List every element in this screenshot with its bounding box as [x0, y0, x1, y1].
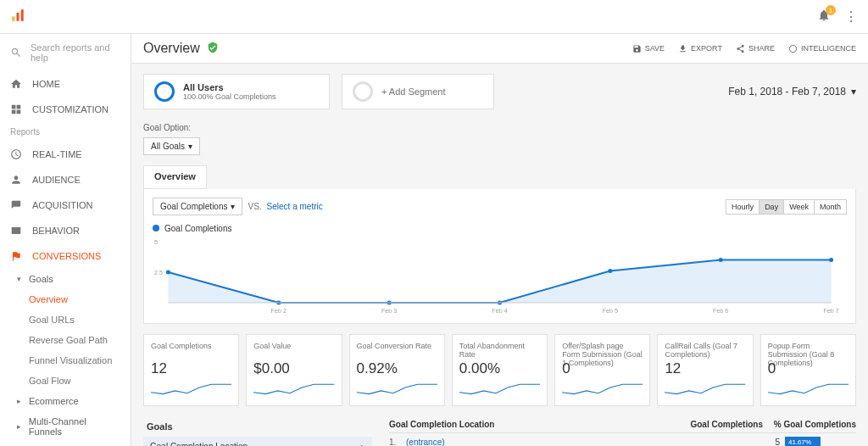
period-hourly[interactable]: Hourly [726, 200, 759, 214]
svg-point-17 [829, 258, 833, 262]
chart-legend: Goal Completions [153, 224, 847, 233]
metric-value: 12 [665, 360, 745, 377]
sidebar: Search reports and help HOME CUSTOMIZATI… [0, 34, 131, 446]
date-range-picker[interactable]: Feb 1, 2018 - Feb 7, 2018 ▾ [728, 86, 856, 98]
segment-all-users[interactable]: All Users 100.00% Goal Completions [143, 74, 330, 109]
more-icon[interactable]: ⋮ [844, 8, 858, 25]
svg-text:Feb 2: Feb 2 [271, 308, 287, 315]
tab-bar: Overview [143, 165, 207, 189]
verified-icon [207, 42, 219, 56]
goal-completions-chart: 2.55Feb 2Feb 3Feb 4Feb 5Feb 6Feb 7 [153, 238, 847, 315]
page-title: Overview [143, 41, 200, 56]
svg-text:Feb 4: Feb 4 [492, 308, 507, 315]
tab-overview[interactable]: Overview [144, 166, 206, 188]
svg-rect-5 [12, 110, 16, 114]
svg-text:Feb 6: Feb 6 [713, 308, 728, 315]
chevron-down-icon: ▾ [188, 142, 192, 151]
metric-card[interactable]: Offer/Splash page Form Submission (Goal … [554, 334, 650, 406]
nav-goal-flow[interactable]: Goal Flow [0, 371, 131, 391]
svg-rect-4 [17, 105, 21, 109]
notifications-icon[interactable]: 1 [817, 8, 831, 25]
nav-mcf[interactable]: ▸Multi-Channel Funnels [0, 411, 131, 442]
metric-card[interactable]: Goal Conversion Rate0.92% [349, 334, 445, 406]
nav-goals[interactable]: ▾Goals [0, 269, 131, 289]
period-day[interactable]: Day [759, 200, 783, 214]
chevron-down-icon: ▾ [851, 86, 856, 98]
svg-rect-0 [12, 17, 14, 21]
main-content: Overview SAVE EXPORT SHARE INTELLIGENCE … [131, 34, 868, 446]
goal-option-label: Goal Option: [143, 123, 191, 132]
goals-table-header: Goal Completion Location Goal Completion… [389, 416, 856, 433]
add-segment-button[interactable]: + Add Segment [342, 74, 494, 109]
metrics-cards: Goal Completions12Goal Value$0.00Goal Co… [131, 324, 868, 416]
metric-value: 0.00% [459, 360, 540, 377]
metric-card[interactable]: Total Abandonment Rate0.00% [452, 334, 548, 406]
metric-label: CallRail Calls (Goal 7 Completions) [665, 342, 745, 359]
nav-goals-overview[interactable]: Overview [0, 289, 131, 309]
segment-circle-icon [154, 81, 175, 102]
nav-goal-urls[interactable]: Goal URLs [0, 309, 131, 330]
nav-ecommerce[interactable]: ▸Ecommerce [0, 391, 131, 411]
share-button[interactable]: SHARE [736, 44, 775, 53]
nav-audience[interactable]: AUDIENCE [0, 167, 131, 192]
period-week[interactable]: Week [783, 200, 814, 214]
save-button[interactable]: SAVE [632, 44, 665, 53]
nav-conversions[interactable]: CONVERSIONS [0, 243, 131, 269]
chevron-right-icon: ▸ [361, 442, 365, 446]
nav-behavior[interactable]: BEHAVIOR [0, 218, 131, 243]
svg-rect-1 [17, 13, 19, 21]
svg-text:2.5: 2.5 [154, 270, 163, 276]
metric-label: Total Abandonment Rate [459, 342, 540, 359]
chart-panel: Goal Completions ▾ VS. Select a metric H… [143, 189, 856, 324]
metric-value: $0.00 [253, 360, 334, 377]
metric-label: Offer/Splash page Form Submission (Goal … [562, 342, 643, 359]
intelligence-button[interactable]: INTELLIGENCE [788, 44, 856, 53]
metric-card[interactable]: CallRail Calls (Goal 7 Completions)12 [657, 334, 753, 406]
metric-card[interactable]: Goal Completions12 [143, 334, 239, 406]
metric-card[interactable]: Goal Value$0.00 [246, 334, 342, 406]
metric-label: Goal Conversion Rate [357, 342, 437, 359]
nav-realtime[interactable]: REAL-TIME [0, 142, 131, 167]
ga-logo-icon [10, 8, 25, 25]
svg-rect-2 [21, 9, 24, 21]
reports-section-label: Reports [0, 122, 131, 142]
svg-rect-6 [17, 110, 21, 114]
svg-text:Feb 7: Feb 7 [823, 308, 838, 315]
period-selector: Hourly Day Week Month [726, 199, 847, 215]
svg-point-10 [789, 45, 796, 52]
metric-value: 12 [151, 360, 231, 377]
metric-dropdown[interactable]: Goal Completions ▾ [153, 198, 242, 215]
metric-value: 0.92% [357, 360, 437, 377]
svg-rect-3 [12, 105, 16, 109]
svg-text:5: 5 [154, 239, 158, 246]
nav-funnel-viz[interactable]: Funnel Visualization [0, 350, 131, 371]
export-button[interactable]: EXPORT [678, 44, 722, 53]
nav-customization[interactable]: CUSTOMIZATION [0, 97, 131, 122]
svg-text:Feb 3: Feb 3 [381, 308, 397, 315]
vs-label: VS. [248, 202, 261, 211]
svg-text:Feb 5: Feb 5 [603, 308, 618, 315]
period-month[interactable]: Month [814, 200, 846, 214]
add-segment-circle-icon [353, 81, 373, 102]
svg-point-11 [166, 270, 170, 275]
goals-title: Goals [143, 416, 372, 437]
metric-label: Goal Value [253, 342, 334, 359]
goal-completion-location-row[interactable]: Goal Completion Location▸ [143, 437, 372, 446]
notification-badge: 1 [826, 5, 836, 15]
nav-discover[interactable]: DISCOVER [0, 442, 131, 446]
svg-rect-7 [12, 227, 21, 234]
svg-point-15 [608, 269, 612, 273]
chevron-down-icon: ▾ [231, 202, 235, 211]
nav-acquisition[interactable]: ACQUISITION [0, 192, 131, 218]
metric-label: Popup Form Submission (Goal 8 Completion… [768, 342, 849, 359]
goal-option-dropdown[interactable]: All Goals ▾ [143, 137, 200, 155]
table-row: 1.(entrance)541.67% [389, 433, 856, 446]
nav-home[interactable]: HOME [0, 71, 131, 97]
metric-label: Goal Completions [151, 342, 231, 359]
metric-card[interactable]: Popup Form Submission (Goal 8 Completion… [760, 334, 856, 406]
goal-location-link[interactable]: (entrance) [406, 438, 704, 447]
search-input[interactable]: Search reports and help [0, 34, 131, 71]
nav-reverse-goal-path[interactable]: Reverse Goal Path [0, 330, 131, 350]
svg-point-16 [719, 258, 723, 262]
select-metric-link[interactable]: Select a metric [267, 202, 323, 211]
